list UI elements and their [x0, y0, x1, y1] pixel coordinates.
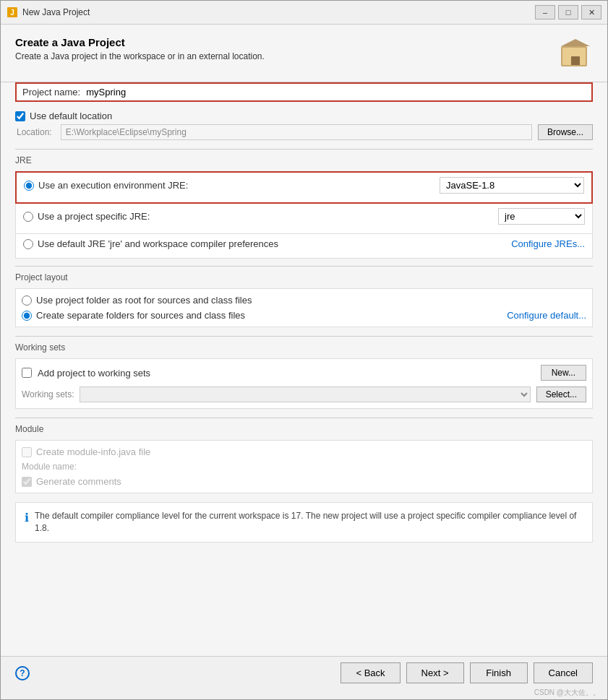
create-module-label: Create module-info.java file [36, 446, 150, 457]
minimize-button[interactable]: – [535, 5, 555, 20]
configure-jres-link[interactable]: Configure JREs... [511, 238, 585, 249]
location-input[interactable] [61, 124, 532, 140]
project-name-input[interactable] [86, 87, 586, 98]
new-working-set-button[interactable]: New... [541, 365, 586, 381]
layout-option1-label: Use project folder as root for sources a… [36, 295, 252, 306]
module-name-row: Module name: [22, 462, 586, 472]
help-area: ? < Back Next > Finish Cancel [1, 657, 607, 686]
generate-comments-row: Generate comments [22, 476, 586, 487]
use-default-label: Use default location [30, 111, 112, 121]
jre-option2-radio[interactable] [23, 212, 33, 222]
add-working-sets-label: Add project to working sets [38, 368, 535, 379]
finish-button[interactable]: Finish [470, 662, 528, 683]
layout-option2-label: Create separate folders for sources and … [36, 310, 245, 321]
dialog-header: Create a Java Project Create a Java proj… [1, 25, 607, 82]
project-name-field: Project name: [15, 82, 593, 102]
generate-comments-checkbox[interactable] [22, 477, 32, 487]
header-text-area: Create a Java Project Create a Java proj… [15, 36, 265, 61]
help-button[interactable]: ? [15, 666, 30, 680]
window-title: New Java Project [22, 7, 531, 17]
configure-default-link[interactable]: Configure default... [507, 310, 586, 321]
project-layout-options: Use project folder as root for sources a… [15, 288, 593, 327]
add-working-sets-checkbox[interactable] [22, 368, 32, 378]
working-sets-select[interactable] [80, 386, 530, 402]
info-text: The default compiler compliance level fo… [35, 510, 583, 535]
use-default-location-row: Use default location [15, 111, 593, 121]
jre-option1-row: Use an execution environment JRE: JavaSE… [24, 177, 584, 194]
header-icon [558, 36, 593, 73]
working-sets-select-row: Working sets: Select... [22, 386, 586, 402]
jre-section-label: JRE [15, 155, 593, 165]
next-button[interactable]: Next > [406, 662, 464, 683]
location-label: Location: [17, 127, 52, 137]
browse-button[interactable]: Browse... [538, 124, 593, 140]
jre-option2-label: Use a project specific JRE: [38, 211, 150, 222]
create-module-row: Create module-info.java file [22, 446, 586, 457]
layout-option1-row: Use project folder as root for sources a… [22, 295, 586, 306]
svg-marker-4 [561, 39, 590, 46]
working-sets-label: Working sets [15, 342, 593, 353]
project-name-label: Project name: [22, 87, 80, 98]
working-sets-section: Working sets Add project to working sets… [15, 342, 593, 409]
use-default-checkbox[interactable] [15, 111, 25, 121]
location-row: Location: Browse... [17, 124, 593, 140]
info-section: ℹ The default compiler compliance level … [15, 502, 593, 543]
new-java-project-dialog: J New Java Project – □ ✕ Create a Java P… [0, 0, 608, 700]
module-name-label: Module name: [22, 462, 77, 472]
jre-option2-row: Use a project specific JRE: jre [23, 208, 585, 225]
project-layout-section: Project layout Use project folder as roo… [15, 272, 593, 327]
maximize-button[interactable]: □ [558, 5, 578, 20]
working-sets-label-text: Working sets: [22, 389, 74, 399]
cancel-button[interactable]: Cancel [534, 662, 593, 683]
svg-rect-5 [571, 56, 580, 65]
working-sets-body: Add project to working sets New... Worki… [15, 358, 593, 409]
bottom-area: ? < Back Next > Finish Cancel CSDN @大大佐。… [1, 656, 607, 699]
jre-option3-row: Use default JRE 'jre' and workspace comp… [23, 238, 585, 249]
dialog-title: Create a Java Project [15, 36, 265, 48]
select-working-set-button[interactable]: Select... [536, 386, 586, 402]
layout-option2-radio[interactable] [22, 311, 32, 321]
svg-text:J: J [10, 9, 14, 17]
jre-option3-radio[interactable] [23, 239, 33, 249]
create-module-checkbox[interactable] [22, 447, 32, 457]
project-layout-label: Project layout [15, 272, 593, 282]
module-body: Create module-info.java file Module name… [15, 440, 593, 493]
layout-option2-row: Create separate folders for sources and … [22, 310, 586, 321]
jre-option1-radio[interactable] [24, 181, 34, 191]
generate-comments-label: Generate comments [36, 476, 121, 487]
back-button[interactable]: < Back [341, 662, 400, 683]
layout-option1-radio[interactable] [22, 295, 32, 306]
form-area: Project name: Use default location Locat… [1, 82, 607, 656]
window-icon: J [7, 7, 18, 18]
jre-option1-label: Use an execution environment JRE: [38, 180, 188, 191]
window-controls: – □ ✕ [535, 5, 601, 20]
jre-version-select[interactable]: JavaSE-1.8 [440, 177, 584, 194]
add-to-working-sets-row: Add project to working sets New... [22, 365, 586, 381]
jre-option3-label: Use default JRE 'jre' and workspace comp… [38, 238, 278, 249]
close-button[interactable]: ✕ [581, 5, 601, 20]
title-bar: J New Java Project – □ ✕ [1, 1, 607, 25]
module-section: Module Create module-info.java file Modu… [15, 424, 593, 493]
watermark: CSDN @大大佐。。 [1, 686, 607, 699]
dialog-subtitle: Create a Java project in the workspace o… [15, 51, 265, 61]
button-row: < Back Next > Finish Cancel [341, 662, 593, 683]
info-icon: ℹ [25, 511, 29, 524]
module-section-label: Module [15, 424, 593, 434]
jre-specific-select[interactable]: jre [498, 208, 585, 225]
